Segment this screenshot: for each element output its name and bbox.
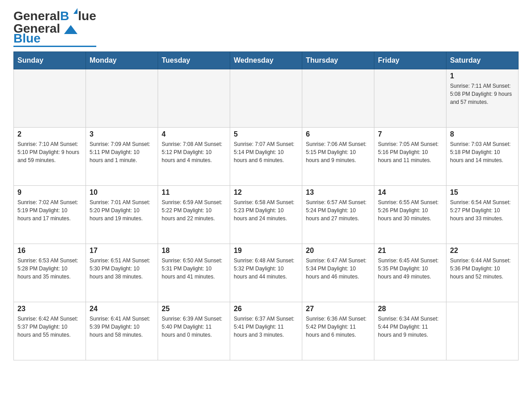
day-number: 2	[17, 130, 82, 138]
day-info: Sunrise: 7:02 AM Sunset: 5:19 PM Dayligh…	[17, 198, 82, 223]
day-number: 1	[450, 72, 515, 80]
day-info: Sunrise: 7:01 AM Sunset: 5:20 PM Dayligh…	[90, 198, 154, 223]
day-number: 7	[378, 130, 442, 138]
calendar-cell: 3Sunrise: 7:09 AM Sunset: 5:11 PM Daylig…	[86, 128, 158, 186]
day-info: Sunrise: 6:55 AM Sunset: 5:26 PM Dayligh…	[378, 198, 442, 223]
day-info: Sunrise: 6:34 AM Sunset: 5:44 PM Dayligh…	[378, 315, 442, 339]
day-info: Sunrise: 6:44 AM Sunset: 5:36 PM Dayligh…	[450, 257, 515, 281]
day-info: Sunrise: 6:45 AM Sunset: 5:35 PM Dayligh…	[378, 257, 442, 281]
weekday-header-row: SundayMondayTuesdayWednesdayThursdayFrid…	[14, 52, 519, 69]
day-info: Sunrise: 6:53 AM Sunset: 5:28 PM Dayligh…	[17, 257, 82, 281]
calendar-cell: 1Sunrise: 7:11 AM Sunset: 5:08 PM Daylig…	[446, 69, 519, 128]
calendar-body: 1Sunrise: 7:11 AM Sunset: 5:08 PM Daylig…	[14, 69, 519, 360]
svg-marker-0	[64, 25, 77, 34]
day-number: 28	[378, 305, 442, 313]
day-number: 22	[450, 247, 515, 255]
calendar-cell: 7Sunrise: 7:05 AM Sunset: 5:16 PM Daylig…	[374, 128, 446, 186]
calendar-cell	[14, 69, 86, 128]
calendar-cell	[230, 69, 302, 128]
calendar-cell: 21Sunrise: 6:45 AM Sunset: 5:35 PM Dayli…	[374, 244, 446, 302]
logo-blue-text: Blue	[13, 32, 41, 45]
day-number: 18	[162, 247, 226, 255]
calendar-cell: 18Sunrise: 6:50 AM Sunset: 5:31 PM Dayli…	[158, 244, 230, 302]
calendar-cell	[86, 69, 158, 128]
calendar-cell: 26Sunrise: 6:37 AM Sunset: 5:41 PM Dayli…	[230, 302, 302, 360]
calendar-week-row: 2Sunrise: 7:10 AM Sunset: 5:10 PM Daylig…	[14, 128, 519, 186]
calendar-cell: 8Sunrise: 7:03 AM Sunset: 5:18 PM Daylig…	[446, 128, 519, 186]
day-number: 3	[90, 130, 154, 138]
day-number: 21	[378, 247, 442, 255]
day-number: 10	[90, 188, 154, 197]
calendar-cell	[302, 69, 374, 128]
calendar-cell: 24Sunrise: 6:41 AM Sunset: 5:39 PM Dayli…	[86, 302, 158, 360]
day-info: Sunrise: 6:39 AM Sunset: 5:40 PM Dayligh…	[162, 315, 226, 339]
calendar-week-row: 23Sunrise: 6:42 AM Sunset: 5:37 PM Dayli…	[14, 302, 519, 360]
day-info: Sunrise: 6:37 AM Sunset: 5:41 PM Dayligh…	[234, 315, 298, 339]
calendar-cell	[374, 69, 446, 128]
calendar-cell: 11Sunrise: 6:59 AM Sunset: 5:22 PM Dayli…	[158, 186, 230, 244]
day-info: Sunrise: 6:54 AM Sunset: 5:27 PM Dayligh…	[450, 198, 515, 223]
day-number: 23	[17, 305, 82, 313]
day-number: 16	[17, 247, 82, 255]
weekday-header-cell: Thursday	[302, 52, 374, 69]
page-header: GeneralB lue General Blue	[13, 9, 519, 47]
weekday-header-cell: Saturday	[446, 52, 519, 69]
day-number: 14	[378, 188, 442, 197]
calendar-table: SundayMondayTuesdayWednesdayThursdayFrid…	[13, 51, 519, 360]
day-number: 24	[90, 305, 154, 313]
day-info: Sunrise: 7:09 AM Sunset: 5:11 PM Dayligh…	[90, 140, 154, 164]
calendar-cell: 5Sunrise: 7:07 AM Sunset: 5:14 PM Daylig…	[230, 128, 302, 186]
calendar-cell	[158, 69, 230, 128]
day-number: 6	[306, 130, 370, 138]
day-info: Sunrise: 7:03 AM Sunset: 5:18 PM Dayligh…	[450, 140, 515, 164]
day-info: Sunrise: 7:08 AM Sunset: 5:12 PM Dayligh…	[162, 140, 226, 164]
calendar-cell: 14Sunrise: 6:55 AM Sunset: 5:26 PM Dayli…	[374, 186, 446, 244]
day-info: Sunrise: 7:10 AM Sunset: 5:10 PM Dayligh…	[17, 140, 82, 164]
day-number: 11	[162, 188, 226, 197]
weekday-header-cell: Sunday	[14, 52, 86, 69]
day-info: Sunrise: 6:47 AM Sunset: 5:34 PM Dayligh…	[306, 257, 370, 281]
calendar-cell: 15Sunrise: 6:54 AM Sunset: 5:27 PM Dayli…	[446, 186, 519, 244]
day-info: Sunrise: 7:05 AM Sunset: 5:16 PM Dayligh…	[378, 140, 442, 164]
calendar-week-row: 1Sunrise: 7:11 AM Sunset: 5:08 PM Daylig…	[14, 69, 519, 128]
day-number: 4	[162, 130, 226, 138]
day-number: 13	[306, 188, 370, 197]
day-info: Sunrise: 6:41 AM Sunset: 5:39 PM Dayligh…	[90, 315, 154, 339]
day-info: Sunrise: 6:48 AM Sunset: 5:32 PM Dayligh…	[234, 257, 298, 281]
day-number: 25	[162, 305, 226, 313]
day-info: Sunrise: 6:59 AM Sunset: 5:22 PM Dayligh…	[162, 198, 226, 223]
calendar-cell: 17Sunrise: 6:51 AM Sunset: 5:30 PM Dayli…	[86, 244, 158, 302]
day-number: 20	[306, 247, 370, 255]
day-number: 19	[234, 247, 298, 255]
day-info: Sunrise: 6:50 AM Sunset: 5:31 PM Dayligh…	[162, 257, 226, 281]
weekday-header-cell: Wednesday	[230, 52, 302, 69]
day-info: Sunrise: 7:06 AM Sunset: 5:15 PM Dayligh…	[306, 140, 370, 164]
calendar-week-row: 16Sunrise: 6:53 AM Sunset: 5:28 PM Dayli…	[14, 244, 519, 302]
day-number: 8	[450, 130, 515, 138]
day-number: 27	[306, 305, 370, 313]
day-number: 5	[234, 130, 298, 138]
calendar-cell: 10Sunrise: 7:01 AM Sunset: 5:20 PM Dayli…	[86, 186, 158, 244]
day-info: Sunrise: 7:07 AM Sunset: 5:14 PM Dayligh…	[234, 140, 298, 164]
day-number: 26	[234, 305, 298, 313]
calendar-cell: 23Sunrise: 6:42 AM Sunset: 5:37 PM Dayli…	[14, 302, 86, 360]
day-number: 12	[234, 188, 298, 197]
logo: GeneralB lue General Blue	[13, 9, 96, 47]
calendar-cell: 2Sunrise: 7:10 AM Sunset: 5:10 PM Daylig…	[14, 128, 86, 186]
weekday-header-cell: Monday	[86, 52, 158, 69]
calendar-cell: 19Sunrise: 6:48 AM Sunset: 5:32 PM Dayli…	[230, 244, 302, 302]
calendar-cell: 4Sunrise: 7:08 AM Sunset: 5:12 PM Daylig…	[158, 128, 230, 186]
day-info: Sunrise: 6:57 AM Sunset: 5:24 PM Dayligh…	[306, 198, 370, 223]
calendar-cell: 6Sunrise: 7:06 AM Sunset: 5:15 PM Daylig…	[302, 128, 374, 186]
day-number: 15	[450, 188, 515, 197]
day-info: Sunrise: 6:58 AM Sunset: 5:23 PM Dayligh…	[234, 198, 298, 223]
day-number: 17	[90, 247, 154, 255]
day-number: 9	[17, 188, 82, 197]
calendar-cell: 16Sunrise: 6:53 AM Sunset: 5:28 PM Dayli…	[14, 244, 86, 302]
day-info: Sunrise: 6:51 AM Sunset: 5:30 PM Dayligh…	[90, 257, 154, 281]
day-info: Sunrise: 7:11 AM Sunset: 5:08 PM Dayligh…	[450, 82, 515, 106]
calendar-cell: 13Sunrise: 6:57 AM Sunset: 5:24 PM Dayli…	[302, 186, 374, 244]
calendar-cell: 20Sunrise: 6:47 AM Sunset: 5:34 PM Dayli…	[302, 244, 374, 302]
calendar-cell: 25Sunrise: 6:39 AM Sunset: 5:40 PM Dayli…	[158, 302, 230, 360]
calendar-week-row: 9Sunrise: 7:02 AM Sunset: 5:19 PM Daylig…	[14, 186, 519, 244]
